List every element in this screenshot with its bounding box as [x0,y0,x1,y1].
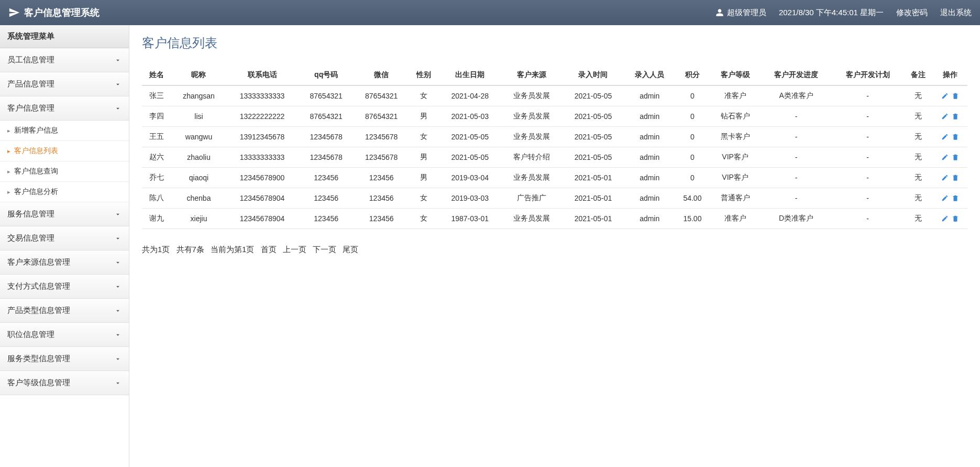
delete-icon[interactable] [952,113,959,120]
logout-link[interactable]: 退出系统 [940,8,972,18]
table-cell: 87654321 [354,85,409,106]
delete-icon[interactable] [952,92,959,100]
pagination-last[interactable]: 尾页 [343,245,358,254]
edit-icon[interactable] [941,194,949,202]
current-user[interactable]: 超级管理员 [715,8,766,18]
submenu-item[interactable]: 客户信息分析 [0,182,129,202]
table-cell: 谢九 [142,209,172,229]
table-cell: 张三 [142,85,172,106]
menu-item[interactable]: 客户等级信息管理 [0,371,129,395]
table-cell: 0 [675,85,710,106]
edit-icon[interactable] [941,154,949,161]
menu-item[interactable]: 产品信息管理 [0,72,129,96]
chevron-down-icon [114,283,122,290]
table-cell: 女 [409,209,439,229]
delete-icon[interactable] [952,133,959,140]
column-header: 联系电话 [226,65,299,85]
table-cell: - [832,188,903,209]
change-password-link[interactable]: 修改密码 [896,8,928,18]
table-cell: 女 [409,188,439,209]
table-cell: 0 [675,147,710,168]
table-cell: 黑卡客户 [710,127,761,147]
edit-icon[interactable] [941,215,949,222]
delete-icon[interactable] [952,215,959,222]
chevron-down-icon [114,57,122,64]
table-cell: admin [624,209,675,229]
chevron-down-icon [114,211,122,218]
menu-item[interactable]: 支付方式信息管理 [0,275,129,299]
table-cell: 陈八 [142,188,172,209]
table-cell: 12345678904 [226,188,299,209]
table-cell: 无 [904,188,933,209]
table-cell: - [832,106,903,127]
menu-item[interactable]: 客户信息管理 [0,96,129,121]
menu-item[interactable]: 交易信息管理 [0,226,129,251]
edit-icon[interactable] [941,113,949,120]
pagination-first[interactable]: 首页 [261,245,277,254]
table-cell: 业务员发展 [501,106,563,127]
delete-icon[interactable] [952,174,959,181]
table-cell: D类准客户 [761,209,832,229]
chevron-down-icon [114,235,122,242]
pagination-current: 当前为第1页 [211,245,254,254]
table-cell: 女 [409,85,439,106]
menu-item-label: 支付方式信息管理 [7,281,70,291]
table-row: 乔七qiaoqi12345678900123456123456男2019-03-… [142,168,967,188]
column-header: 微信 [354,65,409,85]
table-cell: 87654321 [299,85,354,106]
table-cell: 13333333333 [226,85,299,106]
pagination-prev[interactable]: 上一页 [283,245,306,254]
pagination-next[interactable]: 下一页 [313,245,336,254]
edit-icon[interactable] [941,133,949,140]
table-cell: 2021-05-05 [562,106,624,127]
table-cell: 男 [409,147,439,168]
table-cell: 乔七 [142,168,172,188]
table-cell: 123456 [299,209,354,229]
table-row: 赵六zhaoliu133333333331234567812345678男202… [142,147,967,168]
table-cell: admin [624,127,675,147]
menu-item[interactable]: 员工信息管理 [0,48,129,72]
menu-item[interactable]: 服务类型信息管理 [0,347,129,371]
menu-item-label: 客户信息管理 [7,103,54,113]
table-cell: admin [624,85,675,106]
table-cell: 12345678904 [226,209,299,229]
column-header: 性别 [409,65,439,85]
action-cell [933,168,967,188]
page-title: 客户信息列表 [142,35,967,51]
menu-item-label: 产品信息管理 [7,79,54,89]
delete-icon[interactable] [952,194,959,202]
table-cell: 13333333333 [226,147,299,168]
table-row: 王五wangwu139123456781234567812345678女2021… [142,127,967,147]
column-header: qq号码 [299,65,354,85]
app-title-text: 客户信息管理系统 [24,6,100,19]
table-cell: 2021-05-05 [562,147,624,168]
table-cell: 12345678900 [226,168,299,188]
table-cell: 业务员发展 [501,85,563,106]
submenu-item[interactable]: 客户信息查询 [0,161,129,182]
delete-icon[interactable] [952,154,959,161]
menu-item[interactable]: 产品类型信息管理 [0,299,129,323]
table-cell: chenba [172,188,226,209]
column-header: 客户等级 [710,65,761,85]
table-cell: 准客户 [710,85,761,106]
menu-item[interactable]: 客户来源信息管理 [0,251,129,275]
chevron-down-icon [114,331,122,339]
table-cell: 业务员发展 [501,127,563,147]
table-cell: - [832,147,903,168]
menu-item[interactable]: 服务信息管理 [0,202,129,226]
submenu-item[interactable]: 客户信息列表 [0,141,129,161]
column-header: 姓名 [142,65,172,85]
column-header: 客户开发计划 [832,65,903,85]
table-cell: 87654321 [299,106,354,127]
table-cell: 12345678 [354,147,409,168]
column-header: 积分 [675,65,710,85]
edit-icon[interactable] [941,174,949,181]
submenu-item[interactable]: 新增客户信息 [0,121,129,141]
table-cell: - [761,188,832,209]
table-cell: 2021-04-28 [439,85,501,106]
table-cell: 无 [904,168,933,188]
table-cell: 2021-05-01 [562,209,624,229]
table-row: 李四lisi132222222228765432187654321男2021-0… [142,106,967,127]
menu-item[interactable]: 职位信息管理 [0,323,129,347]
edit-icon[interactable] [941,92,949,100]
